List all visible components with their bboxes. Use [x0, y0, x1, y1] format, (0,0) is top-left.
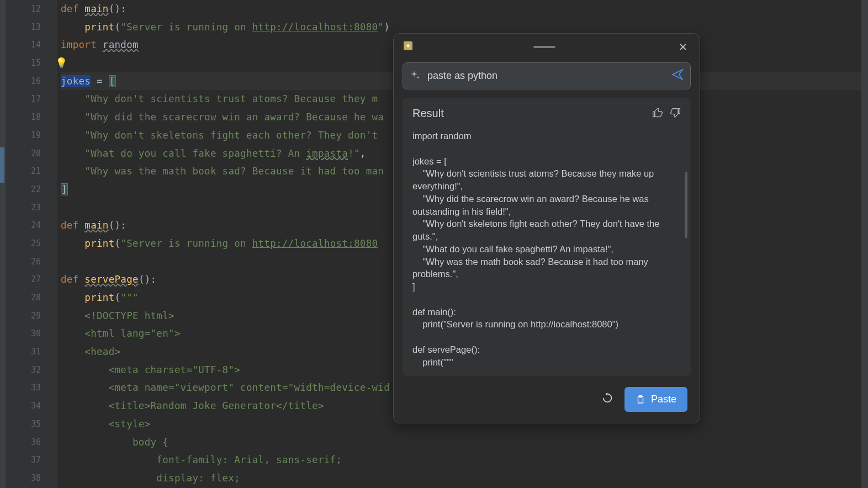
code-line: def main():	[61, 0, 868, 18]
line-number[interactable]: 32	[6, 361, 41, 379]
line-number[interactable]: 30	[6, 325, 41, 343]
line-number[interactable]: 33	[6, 379, 41, 397]
line-number[interactable]: 34	[6, 397, 41, 415]
line-number[interactable]: 17	[6, 90, 41, 108]
line-number[interactable]: 19	[6, 126, 41, 145]
prompt-input-container	[403, 62, 691, 89]
line-number[interactable]: 16	[6, 72, 41, 91]
editor-scrollbar[interactable]	[861, 0, 868, 488]
clipboard-icon	[636, 395, 645, 405]
line-number[interactable]: 21	[6, 162, 41, 181]
fold-gutter	[50, 0, 57, 488]
regenerate-button[interactable]	[601, 392, 613, 407]
line-number[interactable]: 24	[6, 216, 41, 235]
code-line: font-family: Arial, sans-serif;	[61, 451, 868, 469]
result-header: Result	[412, 107, 681, 120]
line-number[interactable]: 12	[6, 0, 41, 18]
result-scrollbar[interactable]	[685, 172, 687, 238]
line-number[interactable]: 22	[6, 181, 41, 199]
paste-button[interactable]: Paste	[624, 387, 687, 412]
ai-assistant-popup: Result import random jokes = [ "Why don'…	[393, 33, 700, 423]
drag-handle[interactable]	[533, 46, 555, 48]
line-number[interactable]: 29	[6, 307, 41, 325]
result-content[interactable]: import random jokes = [ "Why don't scien…	[412, 130, 681, 367]
feedback-buttons	[652, 107, 681, 120]
popup-footer: Paste	[394, 376, 700, 423]
code-line: body {	[61, 433, 868, 452]
line-number[interactable]: 37	[6, 451, 41, 469]
line-number[interactable]: 27	[6, 270, 41, 289]
line-number[interactable]: 23	[6, 199, 41, 217]
close-button[interactable]	[675, 39, 691, 55]
line-number[interactable]: 15	[6, 54, 41, 72]
line-number[interactable]: 35	[6, 415, 41, 433]
modified-marker	[0, 147, 4, 183]
send-button[interactable]	[671, 68, 684, 83]
left-margin	[0, 0, 6, 488]
thumbs-down-icon	[670, 107, 681, 118]
ai-sparkle-badge-icon	[403, 40, 414, 54]
close-icon	[679, 43, 687, 51]
line-number[interactable]: 18	[6, 108, 41, 126]
thumbs-down-button[interactable]	[670, 107, 681, 120]
intention-bulb-icon[interactable]: 💡	[55, 54, 67, 72]
result-title: Result	[412, 107, 444, 120]
line-number[interactable]: 31	[6, 343, 41, 361]
thumbs-up-icon	[652, 107, 663, 118]
line-number[interactable]: 28	[6, 289, 41, 307]
line-number[interactable]: 36	[6, 433, 41, 452]
result-section: Result import random jokes = [ "Why don'…	[403, 98, 691, 376]
line-number[interactable]: 26	[6, 253, 41, 271]
prompt-input[interactable]	[427, 70, 671, 82]
line-number[interactable]: 25	[6, 235, 41, 253]
thumbs-up-button[interactable]	[652, 107, 663, 120]
popup-header	[394, 34, 700, 60]
line-number[interactable]: 14	[6, 36, 41, 54]
send-icon	[671, 68, 684, 81]
line-number[interactable]: 13	[6, 18, 41, 36]
sparkle-icon	[410, 70, 421, 83]
paste-button-label: Paste	[651, 394, 676, 405]
line-number[interactable]: 20	[6, 145, 41, 163]
code-line: display: flex;	[61, 469, 868, 487]
reload-icon	[601, 392, 613, 404]
line-number[interactable]: 38	[6, 469, 41, 487]
line-number-gutter: 12 13 14 15 16 17 18 19 20 21 22 23 24 2…	[6, 0, 50, 488]
